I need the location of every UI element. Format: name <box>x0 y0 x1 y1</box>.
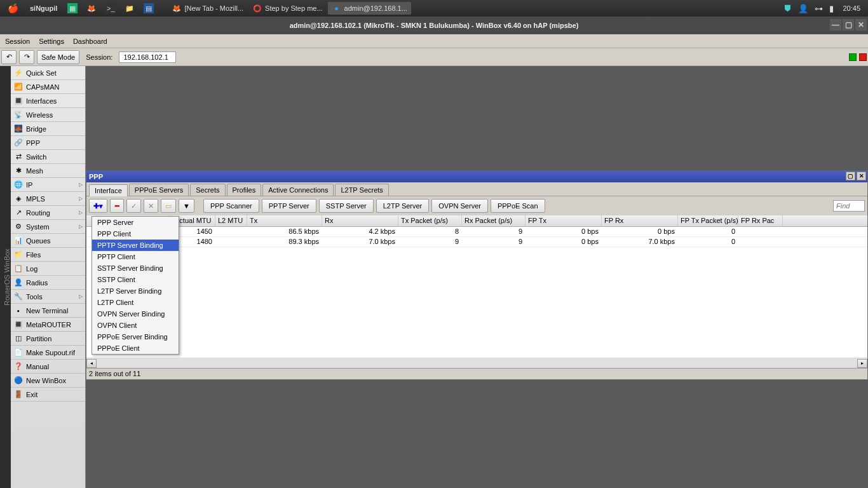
sidebar-item-exit[interactable]: 🚪Exit <box>11 388 85 402</box>
add-button[interactable]: ✚▾ <box>89 199 107 213</box>
sidebar-icon: 📊 <box>13 236 24 246</box>
dropdown-item-pppoe-client[interactable]: PPPoE Client <box>92 342 179 354</box>
minimize-button[interactable]: — <box>830 19 841 30</box>
sidebar-item-system[interactable]: ⚙System▷ <box>11 220 85 234</box>
sidebar-item-tools[interactable]: 🔧Tools▷ <box>11 290 85 304</box>
sidebar-item-files[interactable]: 📁Files <box>11 248 85 262</box>
tab-profiles[interactable]: Profiles <box>227 184 262 196</box>
shield-icon[interactable]: ⛊ <box>781 4 794 13</box>
column-header[interactable]: Tx Packet (p/s) <box>398 215 462 226</box>
table-cell: 86.5 kbps <box>247 227 322 236</box>
sidebar-item-interfaces[interactable]: 🔳Interfaces <box>11 94 85 108</box>
session-address[interactable]: 192.168.102.1 <box>119 51 176 63</box>
scroll-left-button[interactable]: ◂ <box>86 359 97 368</box>
dropdown-item-l2tp-client[interactable]: L2TP Client <box>92 297 179 308</box>
task-launcher-3[interactable]: >_ <box>102 2 119 15</box>
taskbar-item-firefox[interactable]: 🦊[New Tab - Mozill... <box>168 2 247 15</box>
sstp-server-button[interactable]: SSTP Server <box>319 199 374 213</box>
dropdown-item-l2tp-server-binding[interactable]: L2TP Server Binding <box>92 285 179 297</box>
find-input[interactable] <box>833 200 865 212</box>
column-header[interactable]: FP Rx <box>602 215 678 226</box>
pppoe-scan-button[interactable]: PPPoE Scan <box>491 199 545 213</box>
undo-button[interactable]: ↶ <box>1 50 17 64</box>
taskbar-item-winbox[interactable]: ●admin@192.168.1... <box>328 2 411 15</box>
key-icon[interactable]: ⊶ <box>812 4 825 13</box>
ppp-close-button[interactable]: ✕ <box>857 172 866 180</box>
sidebar-item-routing[interactable]: ↗Routing▷ <box>11 206 85 220</box>
sidebar-item-radius[interactable]: 👤Radius <box>11 276 85 290</box>
table-row[interactable]: PoE Client148089.3 kbps7.0 kbps990 bps7.… <box>86 237 867 247</box>
maximize-button[interactable]: ▢ <box>843 19 854 30</box>
sidebar-item-new-winbox[interactable]: 🔵New WinBox <box>11 374 85 388</box>
apple-icon[interactable]: 🍎 <box>3 3 24 13</box>
column-header[interactable]: Rx Packet (p/s) <box>462 215 526 226</box>
remove-button[interactable]: ━ <box>110 199 124 213</box>
tab-active-connections[interactable]: Active Connections <box>262 184 334 196</box>
ppp-maximize-button[interactable]: ▢ <box>846 172 855 180</box>
sidebar-item-ppp[interactable]: 🔗PPP <box>11 136 85 150</box>
sidebar-item-ip[interactable]: 🌐IP▷ <box>11 178 85 192</box>
table-row[interactable]: PTP Server Binding145086.5 kbps4.2 kbps8… <box>86 227 867 237</box>
enable-button[interactable]: ✓ <box>126 199 141 213</box>
filter-button[interactable]: ▼ <box>179 199 194 213</box>
table-cell: 4.2 kbps <box>322 227 398 236</box>
ppp-scanner-button[interactable]: PPP Scanner <box>203 199 259 213</box>
task-launcher-4[interactable]: 📁 <box>121 2 139 15</box>
tab-interface[interactable]: Interface <box>89 184 128 196</box>
sidebar-item-metarouter[interactable]: 🔳MetaROUTER <box>11 318 85 332</box>
menu-dashboard[interactable]: Dashboard <box>73 37 107 45</box>
column-header[interactable]: L2 MTU <box>215 215 247 226</box>
column-header[interactable]: FP Tx Packet (p/s) <box>678 215 738 226</box>
dropdown-item-ovpn-server-binding[interactable]: OVPN Server Binding <box>92 308 179 320</box>
sidebar-item-quick-set[interactable]: ⚡Quick Set <box>11 66 85 80</box>
sidebar-item-partition[interactable]: ◫Partition <box>11 332 85 346</box>
table-cell <box>215 237 247 247</box>
sidebar-item-log[interactable]: 📋Log <box>11 262 85 276</box>
menu-session[interactable]: Session <box>5 37 30 45</box>
column-header[interactable]: Tx <box>247 215 322 226</box>
sidebar-item-capsman[interactable]: 📶CAPsMAN <box>11 80 85 94</box>
horizontal-scrollbar[interactable]: ◂ ▸ <box>86 358 867 368</box>
dropdown-item-sstp-client[interactable]: SSTP Client <box>92 274 179 285</box>
sidebar-item-mpls[interactable]: ◈MPLS▷ <box>11 192 85 206</box>
close-button[interactable]: ✕ <box>855 19 867 30</box>
column-header[interactable]: FP Rx Pac <box>738 215 783 226</box>
sidebar-item-bridge[interactable]: 🌉Bridge <box>11 122 85 136</box>
sidebar-item-mesh[interactable]: ✱Mesh <box>11 164 85 178</box>
task-launcher-1[interactable]: ▦ <box>64 2 81 15</box>
comment-button[interactable]: ▭ <box>161 199 176 213</box>
dropdown-item-ppp-server[interactable]: PPP Server <box>92 217 179 228</box>
disable-button[interactable]: ✕ <box>144 199 158 213</box>
sidebar-item-wireless[interactable]: 📡Wireless <box>11 108 85 122</box>
taskbar-item-browser[interactable]: ⭕Step by Step me... <box>248 2 327 15</box>
user-icon[interactable]: 👤 <box>796 4 811 13</box>
menu-settings[interactable]: Settings <box>39 37 64 45</box>
clock[interactable]: 20:45 <box>837 4 865 12</box>
sidebar-item-manual[interactable]: ❓Manual <box>11 360 85 374</box>
dropdown-item-ovpn-client[interactable]: OVPN Client <box>92 320 179 331</box>
tab-l2tp-secrets[interactable]: L2TP Secrets <box>335 184 388 196</box>
scroll-right-button[interactable]: ▸ <box>857 359 867 368</box>
task-launcher-2[interactable]: 🦊 <box>83 2 100 15</box>
dropdown-item-sstp-server-binding[interactable]: SSTP Server Binding <box>92 262 179 274</box>
dropdown-item-pptp-server-binding[interactable]: PPTP Server Binding <box>92 240 179 251</box>
routeros-label: RouterOS WinBox <box>0 66 11 488</box>
dropdown-item-ppp-client[interactable]: PPP Client <box>92 228 179 240</box>
sidebar-item-new-terminal[interactable]: ▪New Terminal <box>11 304 85 318</box>
task-launcher-5[interactable]: ▤ <box>140 2 158 15</box>
dropdown-item-pptp-client[interactable]: PPTP Client <box>92 251 179 262</box>
tab-pppoe-servers[interactable]: PPPoE Servers <box>129 184 189 196</box>
ovpn-server-button[interactable]: OVPN Server <box>431 199 488 213</box>
sidebar-item-queues[interactable]: 📊Queues <box>11 234 85 248</box>
column-header[interactable]: Rx <box>322 215 398 226</box>
pptp-server-button[interactable]: PPTP Server <box>262 199 316 213</box>
sidebar-item-make-supout-rif[interactable]: 📄Make Supout.rif <box>11 346 85 360</box>
tab-secrets[interactable]: Secrets <box>190 184 225 196</box>
dropdown-item-pppoe-server-binding[interactable]: PPPoE Server Binding <box>92 331 179 342</box>
l2tp-server-button[interactable]: L2TP Server <box>376 199 430 213</box>
redo-button[interactable]: ↷ <box>19 50 34 64</box>
sidebar-item-switch[interactable]: ⇄Switch <box>11 150 85 164</box>
column-header[interactable]: FP Tx <box>526 215 602 226</box>
battery-icon[interactable]: ▮ <box>827 4 836 13</box>
safe-mode-button[interactable]: Safe Mode <box>37 50 79 64</box>
